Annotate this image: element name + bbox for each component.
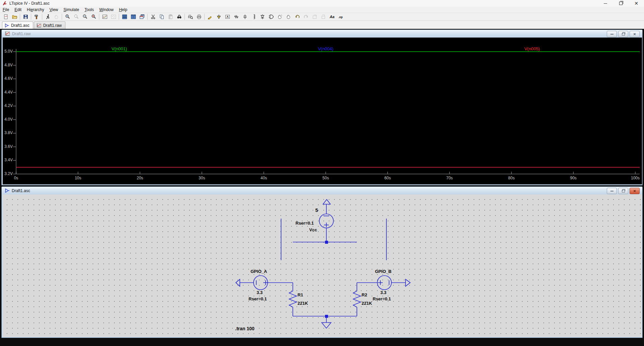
component-button[interactable] xyxy=(267,13,275,21)
menu-window[interactable]: Window xyxy=(97,7,116,12)
trace-label-V(n005)[interactable]: V(n005) xyxy=(519,46,545,51)
x-tick-label: 90s xyxy=(566,176,581,180)
halt-icon xyxy=(54,14,59,19)
new-schematic-button[interactable] xyxy=(1,13,10,21)
trace-label-V(n004)[interactable]: V(n004) xyxy=(312,46,339,51)
y-tick-label: 3.2V xyxy=(3,171,13,176)
menu-edit[interactable]: Edit xyxy=(12,7,24,12)
waveform-window-titlebar[interactable]: Draft1.raw × xyxy=(2,30,642,38)
vcc-name-label[interactable]: Vcc xyxy=(309,227,317,232)
capacitor-button[interactable] xyxy=(240,13,249,21)
ltspice-logo xyxy=(2,1,7,6)
minimize-button[interactable] xyxy=(607,188,617,194)
spice-directive-text[interactable]: .tran 100 xyxy=(235,326,255,331)
tab-draft1-asc[interactable]: Draft1.asc xyxy=(2,21,33,29)
restore-button[interactable] xyxy=(618,31,628,37)
gpio-b-name-label[interactable]: GPIO_B xyxy=(375,269,391,274)
r1-resistor[interactable] xyxy=(289,283,297,316)
diode-button[interactable] xyxy=(258,13,267,21)
inductor-button[interactable] xyxy=(249,13,258,21)
zoom-out-button[interactable] xyxy=(80,13,89,21)
port-up-arrow xyxy=(323,199,330,204)
undo-button[interactable] xyxy=(293,13,302,21)
close-button[interactable]: × xyxy=(630,31,640,37)
print-button[interactable] xyxy=(195,13,203,21)
redo-button xyxy=(302,13,310,21)
tile-horizontal-button[interactable] xyxy=(120,13,129,21)
text-button[interactable]: Aa xyxy=(328,13,336,21)
plot-area[interactable]: 5.0V4.8V4.6V4.4V4.2V4.0V3.8V3.6V3.4V3.2V… xyxy=(3,38,642,184)
gpio-a-rser-label[interactable]: Rser=0.1 xyxy=(249,296,267,301)
vcc-source[interactable] xyxy=(319,199,333,242)
toolbar: AAa.op xyxy=(0,13,644,21)
zoom-full-button[interactable] xyxy=(89,13,98,21)
vcc-value-label[interactable]: 5 xyxy=(315,207,318,213)
schematic-window-buttons: × xyxy=(607,188,640,194)
y-tick-label: 4.2V xyxy=(3,103,13,108)
find-button[interactable] xyxy=(175,13,183,21)
mirror-icon xyxy=(312,14,318,19)
tab-draft1-raw[interactable]: Draft1.raw xyxy=(34,21,65,29)
paste-icon xyxy=(168,14,173,19)
gpio-a-value-label[interactable]: 3.3 xyxy=(257,290,263,295)
menu-view[interactable]: View xyxy=(47,7,61,12)
zoom-in-button[interactable] xyxy=(63,13,72,21)
r2-value-label[interactable]: 221K xyxy=(362,301,372,306)
move-button[interactable] xyxy=(275,13,284,21)
save-button[interactable] xyxy=(21,13,30,21)
spice-directive-button[interactable]: .op xyxy=(336,13,345,21)
close-button[interactable]: × xyxy=(630,188,640,194)
gpio-b-rser-label[interactable]: Rser=0.1 xyxy=(373,296,391,301)
app-restore-button[interactable] xyxy=(613,0,629,7)
print-preview-button[interactable] xyxy=(186,13,195,21)
menu-help[interactable]: Help xyxy=(116,7,130,12)
app-minimize-button[interactable] xyxy=(598,0,613,7)
resistor-icon xyxy=(233,14,239,19)
r1-name-label[interactable]: R1 xyxy=(298,292,303,297)
paste-button xyxy=(166,13,175,21)
control-panel-button[interactable] xyxy=(32,13,41,21)
y-tick-label: 4.8V xyxy=(3,63,13,67)
menubar: FileEditHierarchyViewSimulateToolsWindow… xyxy=(0,7,644,13)
ground-symbol[interactable] xyxy=(322,316,331,328)
label-button[interactable]: A xyxy=(223,13,232,21)
cascade-button[interactable] xyxy=(138,13,146,21)
cut-button[interactable] xyxy=(149,13,157,21)
drag-button[interactable] xyxy=(284,13,293,21)
ground-button[interactable] xyxy=(214,13,223,21)
tab-label: Draft1.raw xyxy=(43,23,62,28)
menu-simulate[interactable]: Simulate xyxy=(61,7,82,12)
tile-vertical-button[interactable] xyxy=(129,13,138,21)
schematic-canvas[interactable]: 5 Rser=0.1 Vcc GPIO_A 3.3 Rser=0.1 R1 22… xyxy=(3,194,642,337)
new-schematic-icon xyxy=(3,14,9,19)
gpio-b-source[interactable] xyxy=(357,276,410,290)
menu-tools[interactable]: Tools xyxy=(82,7,97,12)
schematic-window-titlebar[interactable]: Draft1.asc × xyxy=(2,187,642,194)
tile-horizontal-icon xyxy=(122,14,127,19)
svg-text:Aa: Aa xyxy=(329,15,334,19)
close-icon: ✕ xyxy=(634,1,638,6)
menu-hierarchy[interactable]: Hierarchy xyxy=(24,7,47,12)
app-close-button[interactable]: ✕ xyxy=(629,0,644,7)
trace-label-V(n001)[interactable]: V(n001) xyxy=(106,46,133,51)
gpio-b-value-label[interactable]: 3.3 xyxy=(380,290,386,295)
x-tick-label: 100s xyxy=(628,176,643,180)
vcc-rser-label[interactable]: Rser=0.1 xyxy=(296,221,314,226)
svg-text:A: A xyxy=(226,15,229,18)
r2-name-label[interactable]: R2 xyxy=(362,292,367,297)
open-button[interactable] xyxy=(10,13,19,21)
r2-resistor[interactable] xyxy=(353,283,361,316)
menu-file[interactable]: File xyxy=(0,7,12,12)
close-icon: × xyxy=(633,189,636,193)
r1-value-label[interactable]: 221K xyxy=(298,301,308,306)
gpio-a-source[interactable] xyxy=(236,276,293,290)
minimize-button[interactable] xyxy=(607,31,617,37)
restore-button[interactable] xyxy=(618,188,628,194)
copy-button[interactable] xyxy=(157,13,166,21)
gpio-a-name-label[interactable]: GPIO_A xyxy=(251,269,267,274)
autorange-button[interactable] xyxy=(100,13,109,21)
wire-button[interactable] xyxy=(206,13,214,21)
run-button[interactable] xyxy=(43,13,52,21)
mirror-button xyxy=(310,13,319,21)
resistor-button[interactable] xyxy=(232,13,240,21)
